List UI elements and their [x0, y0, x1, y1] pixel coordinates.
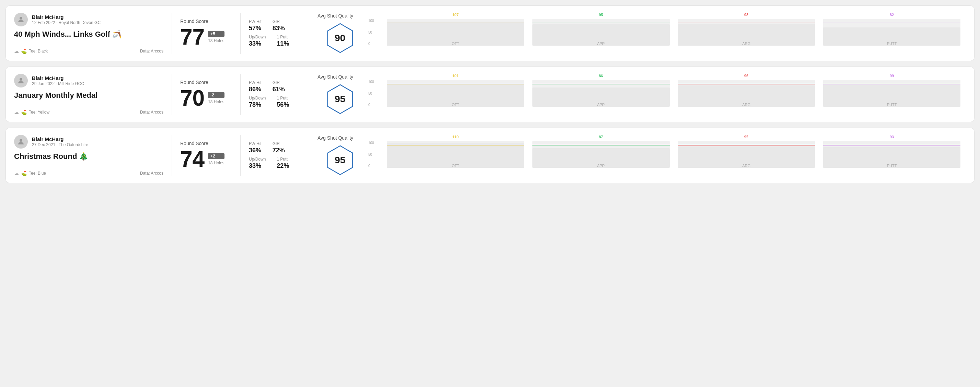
svg-point-0: [19, 17, 22, 19]
score-main: 70 -2 18 Holes: [180, 87, 232, 109]
score-label: Round Score: [180, 141, 232, 146]
chart-y-50: 50: [368, 153, 374, 157]
chart-section: 100 50 0 110 OTT 87 APP: [371, 135, 966, 176]
quality-label: Avg Shot Quality: [318, 74, 353, 79]
stat-one-putt: 1 Putt 11%: [277, 35, 289, 48]
bar-label-arg: ARG: [742, 163, 750, 168]
bar-label-putt: PUTT: [887, 103, 897, 107]
chart-y-0: 0: [368, 103, 374, 107]
score-section: Round Score 74 +2 18 Holes: [172, 135, 240, 176]
avatar: [14, 135, 28, 149]
bar-group-putt: 93 PUTT: [823, 135, 961, 168]
data-source: Data: Arccos: [140, 49, 163, 54]
round-left-section: Blair McHarg 29 Jan 2022 · Mill Ride GCC…: [14, 74, 172, 115]
player-info: Blair McHarg 27 Dec 2021 · The Oxfordshi…: [32, 136, 88, 147]
one-putt-label: 1 Putt: [277, 35, 289, 40]
hexagon-container: 90: [325, 23, 356, 54]
chart-y-100: 100: [368, 80, 374, 84]
tee-label: Tee: Blue: [29, 171, 46, 176]
stat-gir: GIR 72%: [272, 141, 285, 154]
chart-y-100: 100: [368, 19, 374, 23]
score-badge: +5: [208, 31, 224, 37]
up-down-label: Up/Down: [249, 96, 266, 100]
score-badge-wrap: +2 18 Holes: [208, 153, 224, 165]
score-main: 74 +2 18 Holes: [180, 148, 232, 170]
bar-label-app: APP: [597, 41, 605, 46]
bag-icon: ⛳: [21, 109, 27, 115]
bar-value-putt: 82: [890, 13, 894, 17]
tee-info: ☁ ⛳ Tee: Blue: [14, 171, 46, 176]
bar-value-arg: 96: [744, 74, 748, 78]
bar-group-putt: 82 PUTT: [823, 13, 961, 46]
bag-icon: ⛳: [21, 171, 27, 176]
stats-row-bottom: Up/Down 33% 1 Putt 22%: [249, 157, 301, 170]
player-date: 29 Jan 2022 · Mill Ride GCC: [32, 81, 84, 86]
round-card-1: Blair McHarg 12 Feb 2022 · Royal North D…: [5, 5, 975, 61]
one-putt-label: 1 Putt: [277, 96, 289, 100]
chart-y-50: 50: [368, 92, 374, 95]
player-name: Blair McHarg: [32, 14, 100, 20]
round-footer: ☁ ⛳ Tee: Blue Data: Arccos: [14, 171, 163, 176]
fw-hit-label: FW Hit: [249, 19, 262, 24]
player-header: Blair McHarg 27 Dec 2021 · The Oxfordshi…: [14, 135, 163, 149]
bar-value-arg: 98: [744, 13, 748, 17]
weather-icon: ☁: [14, 171, 19, 176]
bar-value-putt: 99: [890, 74, 894, 78]
quality-score: 90: [335, 33, 345, 44]
stats-section: FW Hit 36% GIR 72% Up/Down 33% 1 Putt 22…: [240, 135, 309, 176]
avatar: [14, 13, 28, 26]
data-source: Data: Arccos: [140, 171, 163, 176]
bar-group-ott: 110 OTT: [387, 135, 524, 168]
round-footer: ☁ ⛳ Tee: Yellow Data: Arccos: [14, 109, 163, 115]
stat-fw-hit: FW Hit 86%: [249, 80, 262, 93]
up-down-value: 33%: [249, 162, 266, 170]
chart-y-50: 50: [368, 30, 374, 34]
stat-up-down: Up/Down 78%: [249, 96, 266, 108]
bar-label-ott: OTT: [452, 103, 459, 107]
score-badge-wrap: -2 18 Holes: [208, 92, 224, 104]
one-putt-label: 1 Putt: [277, 157, 289, 162]
gir-value: 72%: [272, 147, 285, 154]
score-number: 77: [180, 26, 205, 48]
round-left-section: Blair McHarg 27 Dec 2021 · The Oxfordshi…: [14, 135, 172, 176]
stat-fw-hit: FW Hit 57%: [249, 19, 262, 32]
stat-one-putt: 1 Putt 56%: [277, 96, 289, 108]
stats-row-bottom: Up/Down 33% 1 Putt 11%: [249, 35, 301, 48]
round-card-2: Blair McHarg 29 Jan 2022 · Mill Ride GCC…: [5, 67, 975, 122]
quality-label: Avg Shot Quality: [318, 13, 353, 19]
fw-hit-label: FW Hit: [249, 80, 262, 85]
stat-fw-hit: FW Hit 36%: [249, 141, 262, 154]
one-putt-value: 22%: [277, 162, 289, 170]
fw-hit-value: 57%: [249, 25, 262, 32]
round-title: 40 Mph Winds... Links Golf 🪃: [14, 30, 163, 39]
bar-value-putt: 93: [890, 135, 894, 139]
gir-label: GIR: [272, 141, 285, 146]
quality-section: Avg Shot Quality 90: [309, 13, 371, 54]
quality-section: Avg Shot Quality 95: [309, 135, 371, 176]
player-name: Blair McHarg: [32, 75, 84, 81]
quality-score: 95: [335, 155, 345, 166]
bar-group-ott: 101 OTT: [387, 74, 524, 107]
score-number: 70: [180, 87, 205, 109]
tee-label: Tee: Black: [29, 49, 48, 54]
fw-hit-value: 86%: [249, 86, 262, 93]
chart-y-0: 0: [368, 164, 374, 168]
tee-info: ☁ ⛳ Tee: Black: [14, 48, 48, 54]
bar-group-putt: 99 PUTT: [823, 74, 961, 107]
bar-group-app: 87 APP: [532, 135, 670, 168]
score-label: Round Score: [180, 79, 232, 85]
data-source: Data: Arccos: [140, 110, 163, 114]
weather-icon: ☁: [14, 109, 19, 115]
stat-up-down: Up/Down 33%: [249, 157, 266, 170]
round-title: Christmas Round 🎄: [14, 152, 163, 161]
bar-group-app: 95 APP: [532, 13, 670, 46]
up-down-value: 78%: [249, 101, 266, 108]
chart-y-100: 100: [368, 141, 374, 145]
score-label: Round Score: [180, 19, 232, 24]
gir-label: GIR: [272, 19, 285, 24]
chart-y-0: 0: [368, 42, 374, 46]
bar-label-app: APP: [597, 163, 605, 168]
up-down-value: 33%: [249, 40, 266, 48]
bar-label-arg: ARG: [742, 103, 750, 107]
quality-section: Avg Shot Quality 95: [309, 74, 371, 115]
